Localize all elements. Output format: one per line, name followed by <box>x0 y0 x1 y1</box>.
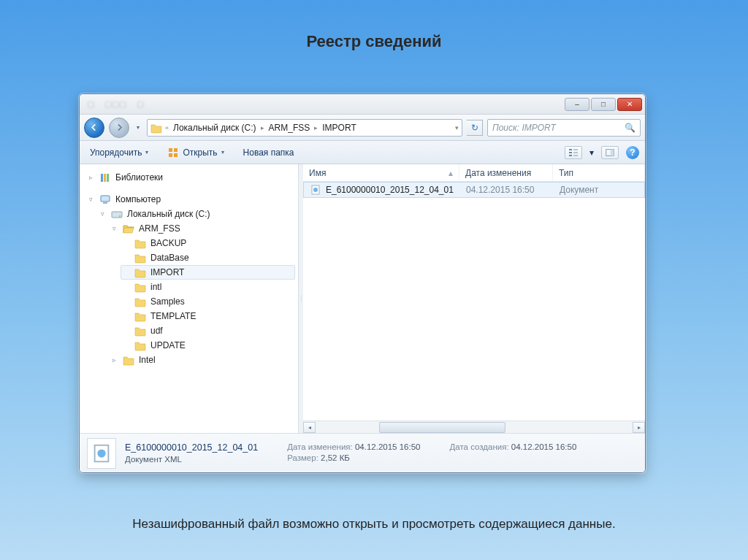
folder-icon <box>150 122 162 134</box>
search-input[interactable]: Поиск: IMPORT 🔍 <box>487 119 641 137</box>
tree-update[interactable]: UPDATE <box>121 338 295 353</box>
file-list-pane: Имя▴ Дата изменения Тип E_6100000010_201… <box>303 164 645 433</box>
tree-backup[interactable]: BACKUP <box>121 236 295 250</box>
folder-icon <box>134 310 146 322</box>
details-modified-value: 04.12.2015 16:50 <box>355 442 421 451</box>
organize-button[interactable]: Упорядочить▾ <box>85 145 153 160</box>
address-bar[interactable]: « Локальный диск (C:) ▸ ARM_FSS ▸ IMPORT… <box>147 119 462 137</box>
chevron-down-icon: ▾ <box>145 149 148 156</box>
details-modified-label: Дата изменения: <box>287 442 353 451</box>
folder-icon <box>134 237 146 249</box>
folder-tree[interactable]: ▹ Библиотеки ▿ Компьютер ▿ Локальный дис… <box>80 164 299 433</box>
close-button[interactable]: ✕ <box>617 98 642 111</box>
navigation-row: ▾ « Локальный диск (C:) ▸ ARM_FSS ▸ IMPO… <box>80 115 645 141</box>
new-folder-button[interactable]: Новая папка <box>239 145 299 160</box>
column-type[interactable]: Тип <box>553 164 645 181</box>
expand-icon[interactable]: ▹ <box>110 356 118 364</box>
tree-localdisk[interactable]: ▿ Локальный диск (C:) <box>97 207 295 221</box>
chevron-down-icon: ▾ <box>221 149 224 156</box>
explorer-window: ▢▢▢▢▢ – □ ✕ ▾ « Локальный диск (C:) ▸ AR… <box>79 93 646 473</box>
xml-file-icon <box>310 184 321 196</box>
search-placeholder: Поиск: IMPORT <box>492 123 556 133</box>
folder-icon <box>134 266 146 278</box>
expand-icon[interactable]: ▿ <box>87 196 95 203</box>
details-filename: E_6100000010_2015_12_04_01 <box>125 442 258 453</box>
column-date[interactable]: Дата изменения <box>459 164 553 181</box>
scroll-thumb[interactable] <box>379 422 506 433</box>
command-toolbar: Упорядочить▾ Открыть▾ Новая папка ▾ ? <box>80 141 645 164</box>
preview-pane-button[interactable] <box>601 146 619 159</box>
file-date: 04.12.2015 16:50 <box>460 185 554 195</box>
title-bar[interactable]: ▢▢▢▢▢ – □ ✕ <box>80 94 645 115</box>
details-created-label: Дата создания: <box>449 442 508 451</box>
breadcrumb-armfss[interactable]: ARM_FSS <box>267 123 312 133</box>
slide-title: Реестр сведений <box>0 0 748 51</box>
tree-template[interactable]: TEMPLATE <box>121 309 295 323</box>
drive-icon <box>111 208 123 220</box>
scroll-track[interactable] <box>316 422 633 433</box>
explorer-body: ▹ Библиотеки ▿ Компьютер ▿ Локальный дис… <box>80 164 645 433</box>
tree-samples[interactable]: Samples <box>121 294 295 309</box>
folder-icon <box>134 281 146 293</box>
scroll-right-button[interactable]: ▸ <box>633 422 645 433</box>
tree-arm-fss[interactable]: ▿ ARM_FSS <box>109 221 295 236</box>
breadcrumb-import[interactable]: IMPORT <box>321 123 357 133</box>
breadcrumb-sep-icon: ▸ <box>261 124 264 131</box>
column-headers: Имя▴ Дата изменения Тип <box>303 164 645 182</box>
folder-open-icon <box>123 223 134 234</box>
sort-asc-icon: ▴ <box>449 168 453 178</box>
expand-icon[interactable]: ▿ <box>99 210 107 218</box>
tree-intl[interactable]: intl <box>121 280 295 294</box>
file-name: E_6100000010_2015_12_04_01 <box>326 185 454 195</box>
slide-caption: Незашифрованный файл возможно открыть и … <box>0 517 748 532</box>
file-thumbnail <box>87 438 116 469</box>
details-size-value: 2,52 КБ <box>321 453 350 462</box>
refresh-button[interactable]: ↻ <box>467 120 483 136</box>
tree-database[interactable]: DataBase <box>121 250 295 265</box>
folder-icon <box>134 296 146 307</box>
horizontal-scrollbar[interactable]: ◂ ▸ <box>303 421 645 433</box>
details-size-label: Размер: <box>287 453 318 462</box>
view-options-button[interactable] <box>565 146 582 159</box>
maximize-button[interactable]: □ <box>591 98 616 111</box>
scroll-left-button[interactable]: ◂ <box>303 422 316 433</box>
open-icon <box>167 147 179 158</box>
details-created-value: 04.12.2015 16:50 <box>511 442 577 451</box>
breadcrumb-localdisk[interactable]: Локальный диск (C:) <box>172 123 258 133</box>
tree-computer[interactable]: ▿ Компьютер <box>85 192 295 207</box>
expand-icon[interactable]: ▿ <box>110 225 118 232</box>
folder-icon <box>134 252 146 264</box>
details-pane: E_6100000010_2015_12_04_01 Документ XML … <box>80 433 645 472</box>
forward-button[interactable] <box>109 118 129 138</box>
folder-icon <box>123 354 134 366</box>
file-row[interactable]: E_6100000010_2015_12_04_01 04.12.2015 16… <box>303 182 645 198</box>
tree-libraries[interactable]: ▹ Библиотеки <box>85 170 295 185</box>
details-filetype: Документ XML <box>125 455 258 464</box>
computer-icon <box>99 193 111 205</box>
expand-icon[interactable]: ▹ <box>87 174 95 181</box>
minimize-button[interactable]: – <box>565 98 589 111</box>
chevron-down-icon[interactable]: ▾ <box>589 147 594 158</box>
folder-icon <box>134 325 146 337</box>
breadcrumb-sep-icon: ▸ <box>314 124 318 131</box>
tree-intel[interactable]: ▹Intel <box>109 353 295 367</box>
folder-icon <box>134 340 146 351</box>
tree-import[interactable]: IMPORT <box>121 265 295 280</box>
help-button[interactable]: ? <box>626 146 639 159</box>
column-name[interactable]: Имя▴ <box>303 164 459 181</box>
tree-udf[interactable]: udf <box>121 323 295 338</box>
file-type: Документ <box>554 185 644 195</box>
search-icon[interactable]: 🔍 <box>625 123 636 133</box>
open-button[interactable]: Открыть▾ <box>163 145 228 161</box>
back-button[interactable] <box>84 118 104 138</box>
svg-rect-20 <box>611 149 614 156</box>
nav-history-dropdown[interactable]: ▾ <box>134 124 142 131</box>
breadcrumb-chevrons: « <box>165 124 169 131</box>
libraries-icon <box>99 172 111 183</box>
address-dropdown-icon[interactable]: ▾ <box>455 124 459 131</box>
